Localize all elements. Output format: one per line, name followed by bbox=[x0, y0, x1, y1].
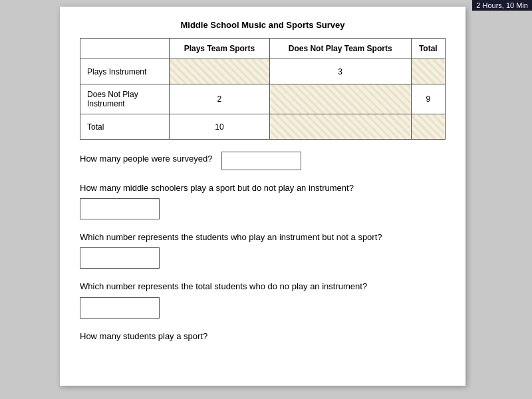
cell-plays-instrument-plays-sports[interactable] bbox=[170, 59, 270, 84]
question-1-text: How many people were surveyed? bbox=[80, 153, 212, 165]
cell-plays-instrument-not-sports: 3 bbox=[269, 59, 411, 84]
main-content: Middle School Music and Sports Survey Pl… bbox=[60, 7, 466, 386]
cell-not-instrument-total: 9 bbox=[411, 84, 445, 114]
table-row: Does Not PlayInstrument 2 9 bbox=[80, 84, 446, 114]
question-5-text: How many students play a sport? bbox=[80, 331, 446, 342]
col-header-total: Total bbox=[411, 39, 445, 59]
question-1-block: How many people were surveyed? bbox=[80, 152, 446, 170]
cell-total-not-sports[interactable] bbox=[269, 114, 411, 140]
question-4-answer[interactable] bbox=[80, 297, 160, 319]
row-label-total: Total bbox=[80, 114, 170, 140]
survey-title: Middle School Music and Sports Survey bbox=[80, 20, 446, 30]
col-header-empty bbox=[80, 39, 170, 59]
question-3-block: Which number represents the students who… bbox=[80, 231, 446, 269]
table-row: Plays Instrument 3 bbox=[80, 59, 446, 84]
col-header-plays-sports: Plays Team Sports bbox=[170, 39, 270, 59]
question-3-text: Which number represents the students who… bbox=[80, 231, 446, 243]
col-header-not-play-sports: Does Not Play Team Sports bbox=[269, 39, 411, 59]
cell-not-instrument-not-sports[interactable] bbox=[269, 84, 411, 114]
timer-bar: 2 Hours, 10 Min bbox=[472, 0, 532, 11]
question-1-answer[interactable] bbox=[221, 152, 301, 170]
question-4-text: Which number represents the total studen… bbox=[80, 281, 446, 293]
question-5-block: How many students play a sport? bbox=[80, 331, 446, 342]
cell-not-instrument-plays-sports: 2 bbox=[170, 84, 270, 114]
question-4-block: Which number represents the total studen… bbox=[80, 281, 446, 318]
survey-table: Plays Team Sports Does Not Play Team Spo… bbox=[80, 38, 446, 140]
question-2-answer[interactable] bbox=[80, 198, 160, 219]
row-label-plays-instrument: Plays Instrument bbox=[80, 59, 170, 84]
row-label-not-play-instrument: Does Not PlayInstrument bbox=[80, 84, 170, 114]
cell-total-total[interactable] bbox=[411, 114, 445, 140]
question-3-answer[interactable] bbox=[80, 247, 160, 269]
question-2-text: How many middle schoolers play a sport b… bbox=[80, 182, 446, 194]
cell-total-plays-sports: 10 bbox=[170, 114, 270, 140]
timer-text: 2 Hours, 10 Min bbox=[476, 1, 528, 9]
question-2-block: How many middle schoolers play a sport b… bbox=[80, 182, 446, 219]
cell-plays-instrument-total[interactable] bbox=[411, 59, 445, 84]
table-row: Total 10 bbox=[80, 114, 446, 140]
